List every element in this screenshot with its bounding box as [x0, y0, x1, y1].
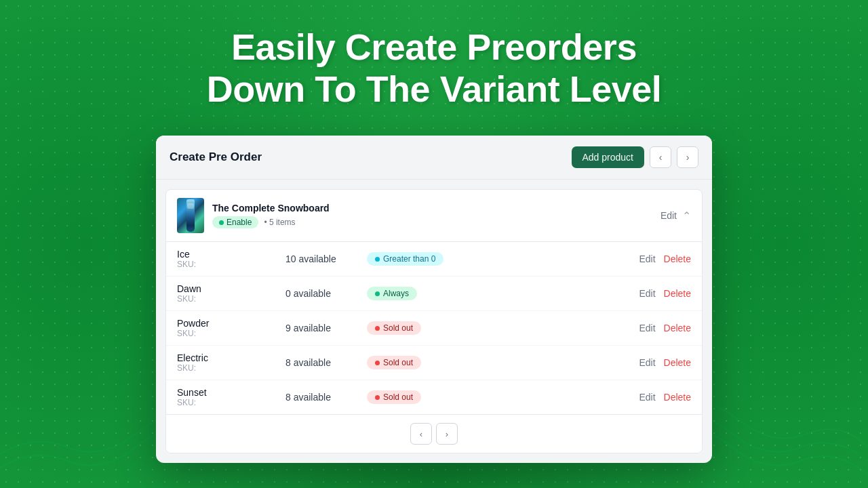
product-name: The Complete Snowboard [212, 203, 330, 214]
product-info: The Complete Snowboard Enable • 5 items [177, 198, 330, 233]
app-title: Create Pre Order [170, 150, 262, 164]
nav-prev-button[interactable]: ‹ [650, 146, 671, 168]
variant-delete-button[interactable]: Delete [664, 357, 691, 368]
variant-edit-button[interactable]: Edit [639, 288, 655, 299]
variant-badge-area: Always [367, 287, 639, 301]
app-window: Create Pre Order Add product ‹ › The Com… [156, 136, 712, 463]
variant-name: Powder [177, 318, 285, 329]
variant-badge-area: Sold out [367, 356, 639, 370]
variant-actions: Edit Delete [639, 253, 691, 264]
variant-edit-button[interactable]: Edit [639, 323, 655, 333]
items-count-badge: • 5 items [264, 218, 295, 227]
variant-row: Ice SKU: 10 available Greater than 0 Edi… [166, 242, 702, 277]
nav-next-button[interactable]: › [677, 146, 698, 168]
variant-edit-button[interactable]: Edit [639, 253, 655, 264]
variant-badge-area: Sold out [367, 321, 639, 336]
variant-name: Sunset [177, 387, 285, 398]
headline: Easily Create Preorders Down To The Vari… [207, 26, 662, 110]
variant-badge-area: Greater than 0 [367, 252, 639, 266]
variant-sku: SKU: [177, 398, 285, 407]
tag-greater-than-0: Greater than 0 [367, 252, 443, 266]
variant-badge-area: Sold out [367, 390, 639, 405]
variant-info: Sunset SKU: [177, 387, 285, 407]
variant-info: Electric SKU: [177, 352, 285, 373]
page-prev-button[interactable]: ‹ [410, 423, 432, 445]
variant-row: Powder SKU: 9 available Sold out Edit De… [166, 311, 702, 346]
variant-row: Sunset SKU: 8 available Sold out Edit De… [166, 380, 702, 414]
add-product-button[interactable]: Add product [572, 146, 645, 168]
variant-sku: SKU: [177, 294, 285, 304]
page-content: Easily Create Preorders Down To The Vari… [0, 0, 868, 463]
variant-edit-button[interactable]: Edit [639, 357, 655, 368]
snowboard-graphic [186, 199, 195, 232]
variant-delete-button[interactable]: Delete [664, 323, 691, 333]
product-header: The Complete Snowboard Enable • 5 items … [166, 190, 702, 242]
variant-sku: SKU: [177, 363, 285, 373]
variant-name: Electric [177, 352, 285, 363]
tag-sold-out: Sold out [367, 390, 421, 404]
variant-info: Dawn SKU: [177, 283, 285, 304]
tag-always: Always [367, 287, 417, 300]
variant-info: Ice SKU: [177, 249, 285, 269]
tag-sold-out: Sold out [367, 321, 421, 335]
product-badges: Enable • 5 items [212, 216, 330, 228]
headline-line2: Down To The Variant Level [207, 68, 662, 110]
variant-name: Ice [177, 249, 285, 260]
product-header-action: Edit ⌃ [660, 209, 691, 222]
variant-actions: Edit Delete [639, 323, 691, 333]
variant-actions: Edit Delete [639, 357, 691, 368]
variants-container: Ice SKU: 10 available Greater than 0 Edi… [166, 242, 702, 414]
variant-stock: 10 available [285, 253, 367, 264]
variant-delete-button[interactable]: Delete [664, 253, 691, 264]
product-image [177, 198, 204, 233]
pagination-bar: ‹ › [166, 414, 702, 453]
product-area: The Complete Snowboard Enable • 5 items … [165, 189, 703, 453]
variant-stock: 9 available [285, 323, 367, 333]
enable-badge: Enable [212, 216, 258, 228]
variant-name: Dawn [177, 283, 285, 294]
variant-sku: SKU: [177, 329, 285, 338]
variant-row: Electric SKU: 8 available Sold out Edit … [166, 346, 702, 380]
product-edit-button[interactable]: Edit [660, 210, 677, 221]
variant-stock: 8 available [285, 357, 367, 368]
variant-info: Powder SKU: [177, 318, 285, 338]
variant-delete-button[interactable]: Delete [664, 288, 691, 299]
header-actions: Add product ‹ › [572, 146, 699, 168]
variant-delete-button[interactable]: Delete [664, 392, 691, 403]
variant-edit-button[interactable]: Edit [639, 392, 655, 403]
variant-stock: 8 available [285, 392, 367, 403]
tag-sold-out: Sold out [367, 356, 421, 369]
collapse-icon[interactable]: ⌃ [682, 209, 691, 222]
product-meta: The Complete Snowboard Enable • 5 items [212, 203, 330, 228]
headline-line1: Easily Create Preorders [207, 26, 662, 68]
page-next-button[interactable]: › [436, 423, 458, 445]
variant-actions: Edit Delete [639, 288, 691, 299]
variant-actions: Edit Delete [639, 392, 691, 403]
variant-row: Dawn SKU: 0 available Always Edit Delete [166, 277, 702, 311]
variant-sku: SKU: [177, 260, 285, 269]
variant-stock: 0 available [285, 288, 367, 299]
app-header: Create Pre Order Add product ‹ › [156, 136, 712, 180]
